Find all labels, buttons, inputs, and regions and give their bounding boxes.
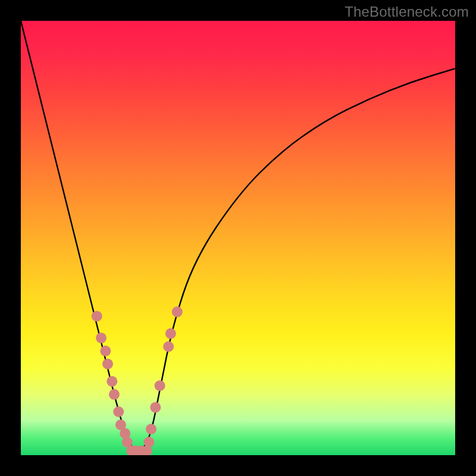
marker-group bbox=[92, 306, 183, 455]
marker-dot bbox=[165, 328, 176, 339]
marker-dot bbox=[96, 333, 107, 343]
marker-dot bbox=[143, 437, 154, 447]
marker-dot bbox=[163, 342, 174, 352]
marker-dot bbox=[100, 346, 111, 356]
marker-dot bbox=[92, 311, 102, 321]
marker-dot bbox=[155, 380, 165, 391]
plot-area bbox=[21, 21, 455, 455]
marker-dot bbox=[150, 402, 161, 413]
marker-dot bbox=[113, 406, 124, 417]
bottleneck-curve bbox=[21, 21, 455, 451]
chart-svg bbox=[21, 21, 455, 455]
watermark-label: TheBottleneck.com bbox=[345, 4, 469, 20]
marker-dot bbox=[109, 389, 120, 400]
marker-dot bbox=[102, 359, 113, 369]
marker-dot bbox=[107, 376, 117, 387]
marker-dot bbox=[172, 306, 183, 317]
chart-frame: TheBottleneck.com bbox=[0, 0, 476, 476]
marker-dot bbox=[146, 424, 156, 434]
